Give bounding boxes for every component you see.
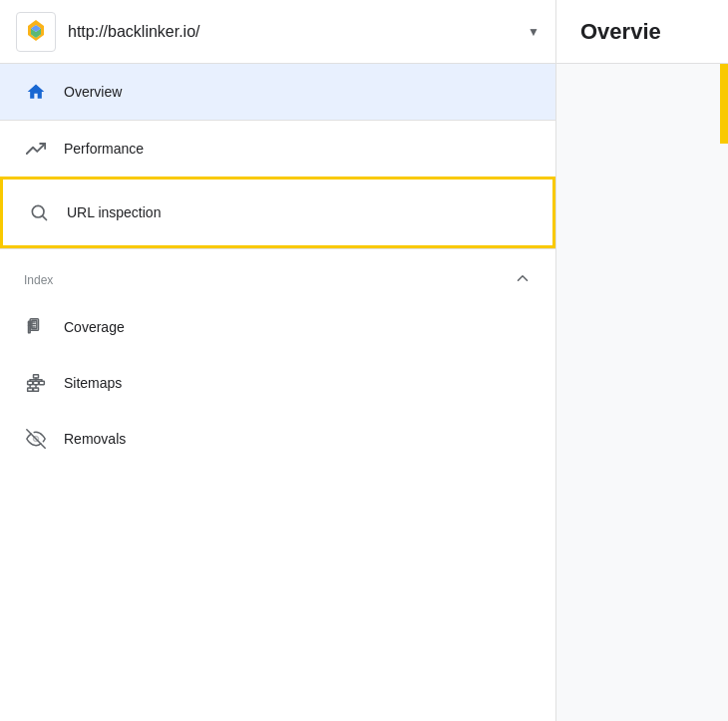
index-section-label: Index (24, 273, 53, 287)
svg-point-10 (32, 205, 44, 217)
main-layout: Overview Performance URL inspection (0, 64, 728, 721)
divider-2 (0, 248, 555, 249)
sidebar-item-coverage-label: Coverage (64, 319, 125, 335)
sidebar-item-url-inspection[interactable]: URL inspection (0, 177, 555, 248)
logo-box (16, 12, 56, 52)
sidebar-item-sitemaps-label: Sitemaps (64, 375, 122, 391)
coverage-icon (24, 315, 48, 339)
home-icon (24, 80, 48, 104)
sidebar-item-performance[interactable]: Performance (0, 121, 555, 177)
property-dropdown-icon[interactable]: ▼ (528, 25, 540, 39)
index-section-header[interactable]: Index (0, 253, 555, 299)
svg-line-11 (43, 216, 47, 220)
sidebar-item-sitemaps[interactable]: Sitemaps (0, 355, 555, 411)
sidebar-item-coverage[interactable]: Coverage (0, 299, 555, 355)
header-right: Overvie (556, 19, 728, 45)
sidebar-item-overview-label: Overview (64, 84, 122, 100)
property-selector[interactable]: http://backlinker.io/ ▼ (0, 0, 556, 63)
search-console-logo-main (23, 19, 49, 45)
page-title: Overvie (580, 19, 661, 45)
content-yellow-accent (720, 64, 728, 144)
sidebar-item-performance-label: Performance (64, 141, 144, 157)
app-header: http://backlinker.io/ ▼ Overvie (0, 0, 728, 64)
removals-icon (24, 427, 48, 451)
property-url: http://backlinker.io/ (68, 23, 520, 41)
sitemaps-icon (24, 371, 48, 395)
sidebar-item-removals[interactable]: Removals (0, 411, 555, 467)
sidebar-item-overview[interactable]: Overview (0, 64, 555, 120)
sidebar-item-removals-label: Removals (64, 431, 126, 447)
sidebar-item-url-inspection-label: URL inspection (67, 204, 161, 220)
content-area (556, 64, 728, 721)
search-icon (27, 200, 51, 224)
index-section-chevron-icon (514, 269, 532, 291)
sidebar: Overview Performance URL inspection (0, 64, 556, 721)
trending-up-icon (24, 137, 48, 161)
